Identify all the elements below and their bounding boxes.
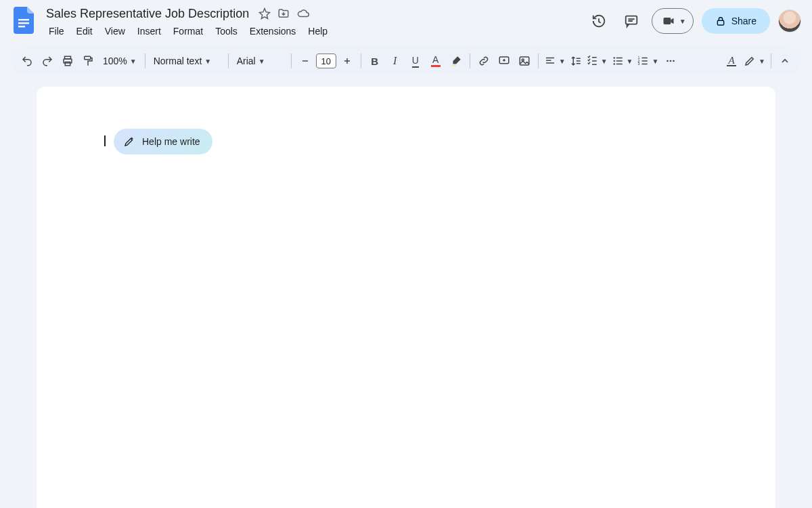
align-dropdown[interactable]: ▼ [543,51,567,70]
svg-point-22 [667,60,669,62]
svg-point-13 [613,57,614,58]
bulleted-list-dropdown[interactable]: ▼ [610,51,635,70]
meet-button[interactable]: ▼ [652,8,694,34]
print-button[interactable] [58,51,77,70]
numbered-list-dropdown[interactable]: 123 ▼ [635,51,660,70]
toolbar: 100% ▼ Normal text ▼ Arial ▼ 10 B I U A … [11,47,801,75]
cloud-status-icon[interactable] [296,7,310,20]
italic-button[interactable]: I [386,51,405,70]
svg-rect-18 [616,64,622,65]
clear-formatting-button[interactable]: A [722,51,741,70]
chevron-down-icon: ▼ [130,58,137,65]
chevron-down-icon: ▼ [679,18,686,25]
document-page[interactable]: Help me write [37,87,775,508]
checklist-dropdown[interactable]: ▼ [585,51,609,70]
insert-comment-button[interactable] [495,51,514,70]
undo-button[interactable] [18,51,37,70]
paragraph-style-dropdown[interactable]: Normal text ▼ [150,51,224,70]
svg-text:3: 3 [638,62,640,66]
separator [470,54,470,68]
help-me-write-button[interactable]: Help me write [114,129,212,154]
svg-point-24 [673,60,675,62]
chevron-down-icon: ▼ [601,58,608,65]
document-title[interactable]: Sales Representative Job Description [43,6,252,22]
font-family-dropdown[interactable]: Arial ▼ [233,51,287,70]
paint-format-button[interactable] [78,51,97,70]
chevron-down-icon: ▼ [204,58,211,65]
magic-pen-icon [123,135,135,148]
text-color-button[interactable]: A [426,51,445,70]
share-button[interactable]: Share [702,8,770,34]
svg-rect-0 [18,19,29,20]
increase-font-button[interactable] [338,51,357,70]
redo-button[interactable] [38,51,57,70]
chevron-down-icon: ▼ [759,58,765,65]
account-avatar[interactable] [778,9,801,33]
docs-logo[interactable] [11,7,38,34]
menu-edit[interactable]: Edit [71,23,98,39]
separator [771,54,771,68]
menu-view[interactable]: View [99,23,131,39]
separator [228,54,229,68]
menu-insert[interactable]: Insert [132,23,166,39]
menu-file[interactable]: File [43,23,70,39]
share-label: Share [731,16,757,26]
svg-rect-9 [85,56,91,60]
svg-point-15 [613,63,614,64]
comments-icon[interactable] [619,9,644,33]
svg-rect-4 [663,18,671,24]
svg-point-14 [613,60,614,62]
highlight-button[interactable] [447,51,466,70]
separator [291,54,292,68]
font-value: Arial [237,56,256,66]
collapse-toolbar-button[interactable] [775,51,794,70]
history-icon[interactable] [587,9,611,33]
separator [361,54,361,68]
chevron-down-icon: ▼ [258,58,265,65]
menu-format[interactable]: Format [168,23,208,39]
svg-point-23 [670,60,672,62]
separator [145,54,145,68]
separator [538,54,539,68]
move-folder-icon[interactable] [277,7,290,20]
zoom-dropdown[interactable]: 100% ▼ [99,51,141,70]
svg-rect-5 [717,20,723,25]
zoom-value: 100% [103,56,127,66]
font-size-input[interactable]: 10 [316,54,336,68]
line-spacing-dropdown[interactable] [568,51,583,70]
text-cursor [104,135,106,146]
svg-rect-2 [18,26,25,27]
svg-rect-17 [616,60,622,62]
style-value: Normal text [154,56,202,66]
svg-rect-11 [520,57,529,65]
menu-tools[interactable]: Tools [210,23,243,39]
editing-mode-dropdown[interactable]: ▼ [742,51,767,70]
help-me-write-label: Help me write [142,136,200,147]
bold-button[interactable]: B [365,51,384,70]
star-icon[interactable] [258,7,271,20]
lock-icon [715,16,726,26]
more-tools-button[interactable] [661,51,680,70]
chevron-down-icon: ▼ [652,58,658,65]
decrease-font-button[interactable] [296,51,315,70]
chevron-down-icon: ▼ [559,58,566,65]
menu-bar: File Edit View Insert Format Tools Exten… [43,23,587,39]
chevron-down-icon: ▼ [627,58,633,65]
menu-help[interactable]: Help [302,23,333,39]
menu-extensions[interactable]: Extensions [244,23,301,39]
header-bar: Sales Representative Job Description Fil… [0,0,812,43]
svg-rect-16 [616,58,622,59]
title-area: Sales Representative Job Description Fil… [43,5,587,39]
insert-image-button[interactable] [515,51,534,70]
canvas-area: Help me write [0,75,812,508]
svg-rect-1 [18,22,29,24]
svg-rect-3 [625,16,637,24]
insert-link-button[interactable] [474,51,493,70]
underline-button[interactable]: U [406,51,425,70]
header-right-controls: ▼ Share [587,8,801,34]
